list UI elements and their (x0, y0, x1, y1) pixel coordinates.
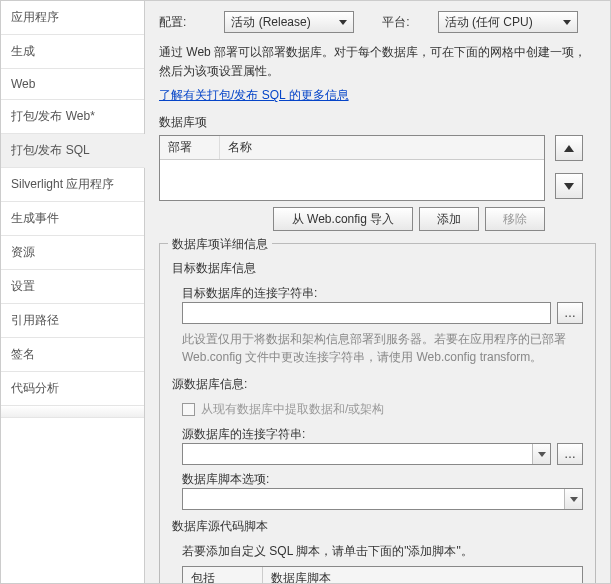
sidebar-item-package-sql[interactable]: 打包/发布 SQL (1, 134, 145, 168)
sidebar-item-label: 设置 (11, 279, 35, 293)
sidebar-item-build[interactable]: 生成 (1, 35, 144, 69)
script-options-row (182, 488, 583, 510)
sidebar-item-reference-paths[interactable]: 引用路径 (1, 304, 144, 338)
sidebar-item-label: 引用路径 (11, 313, 59, 327)
import-webconfig-button[interactable]: 从 Web.config 导入 (273, 207, 413, 231)
content-pane: 配置: 活动 (Release) 平台: 活动 (任何 CPU) 通过 Web … (145, 1, 610, 583)
target-conn-label: 目标数据库的连接字符串: (182, 285, 583, 302)
source-conn-row: … (182, 443, 583, 465)
sidebar-item-resources[interactable]: 资源 (1, 236, 144, 270)
target-conn-browse-button[interactable]: … (557, 302, 583, 324)
target-note: 此设置仅用于将数据和架构信息部署到服务器。若要在应用程序的已部署 Web.con… (182, 330, 583, 366)
config-row: 配置: 活动 (Release) 平台: 活动 (任何 CPU) (159, 11, 596, 33)
remove-button[interactable]: 移除 (485, 207, 545, 231)
sidebar-item-label: 打包/发布 Web* (11, 109, 95, 123)
ellipsis-icon: … (564, 447, 576, 461)
move-up-button[interactable] (555, 135, 583, 161)
sidebar-item-label: 资源 (11, 245, 35, 259)
sidebar-item-silverlight[interactable]: Silverlight 应用程序 (1, 168, 144, 202)
db-items-area: 部署 名称 (159, 135, 596, 201)
sidebar-item-label: 打包/发布 SQL (11, 143, 90, 157)
sidebar: 应用程序 生成 Web 打包/发布 Web* 打包/发布 SQL Silverl… (1, 1, 145, 583)
intro-text: 通过 Web 部署可以部署数据库。对于每个数据库，可在下面的网格中创建一项，然后… (159, 43, 596, 81)
sidebar-item-package-web[interactable]: 打包/发布 Web* (1, 100, 144, 134)
chevron-down-icon (563, 20, 571, 25)
sidebar-item-code-analysis[interactable]: 代码分析 (1, 372, 144, 406)
add-button[interactable]: 添加 (419, 207, 479, 231)
platform-value: 活动 (任何 CPU) (445, 14, 533, 31)
arrow-up-icon (564, 145, 574, 152)
col-deploy: 部署 (160, 136, 220, 159)
sidebar-item-label: 签名 (11, 347, 35, 361)
source-conn-combo[interactable] (182, 443, 551, 465)
source-conn-label: 源数据库的连接字符串: (182, 426, 583, 443)
arrow-down-icon (564, 183, 574, 190)
sidebar-item-label: 生成 (11, 44, 35, 58)
grid-header: 部署 名称 (160, 136, 544, 160)
platform-select[interactable]: 活动 (任何 CPU) (438, 11, 578, 33)
target-db-title: 目标数据库信息 (172, 260, 583, 277)
script-options-label: 数据库脚本选项: (182, 471, 583, 488)
db-items-title: 数据库项 (159, 114, 596, 131)
scripts-hint: 若要添加自定义 SQL 脚本，请单击下面的"添加脚本"。 (182, 543, 583, 560)
sidebar-tail (1, 406, 144, 418)
platform-label: 平台: (382, 14, 409, 31)
scripts-col-include: 包括 (183, 567, 263, 583)
project-properties-window: 应用程序 生成 Web 打包/发布 Web* 打包/发布 SQL Silverl… (0, 0, 611, 584)
sidebar-item-web[interactable]: Web (1, 69, 144, 100)
db-details-fieldset: 数据库项详细信息 目标数据库信息 目标数据库的连接字符串: … 此设置仅用于将数… (159, 243, 596, 583)
chevron-down-icon (339, 20, 347, 25)
sidebar-item-settings[interactable]: 设置 (1, 270, 144, 304)
source-conn-dropdown[interactable] (532, 444, 550, 464)
scripts-table[interactable]: 包括 数据库脚本 (182, 566, 583, 583)
sidebar-item-label: 应用程序 (11, 10, 59, 24)
extract-checkbox-label: 从现有数据库中提取数据和/或架构 (201, 401, 384, 418)
source-db-title: 源数据库信息: (172, 376, 583, 393)
move-down-button[interactable] (555, 173, 583, 199)
target-section: 目标数据库的连接字符串: … 此设置仅用于将数据和架构信息部署到服务器。若要在应… (182, 285, 583, 366)
col-name: 名称 (220, 136, 260, 159)
db-items-grid[interactable]: 部署 名称 (159, 135, 545, 201)
source-section: 从现有数据库中提取数据和/或架构 源数据库的连接字符串: … 数据库脚本选项: (182, 401, 583, 510)
scripts-table-header: 包括 数据库脚本 (183, 567, 582, 583)
chevron-down-icon (538, 452, 546, 457)
reorder-buttons (555, 135, 583, 199)
sidebar-item-application[interactable]: 应用程序 (1, 1, 144, 35)
learn-more-link[interactable]: 了解有关打包/发布 SQL 的更多信息 (159, 88, 349, 102)
scripts-title: 数据库源代码脚本 (172, 518, 583, 535)
config-label: 配置: (159, 14, 186, 31)
sidebar-item-label: 生成事件 (11, 211, 59, 225)
script-options-dropdown[interactable] (564, 489, 582, 509)
config-select[interactable]: 活动 (Release) (224, 11, 354, 33)
config-value: 活动 (Release) (231, 14, 310, 31)
target-conn-input[interactable] (182, 302, 551, 324)
scripts-section: 若要添加自定义 SQL 脚本，请单击下面的"添加脚本"。 包括 数据库脚本 (182, 543, 583, 583)
sidebar-item-signing[interactable]: 签名 (1, 338, 144, 372)
script-options-combo[interactable] (182, 488, 583, 510)
sidebar-item-label: 代码分析 (11, 381, 59, 395)
target-conn-row: … (182, 302, 583, 324)
sidebar-item-label: Silverlight 应用程序 (11, 177, 114, 191)
scripts-col-name: 数据库脚本 (263, 567, 339, 583)
chevron-down-icon (570, 497, 578, 502)
ellipsis-icon: … (564, 306, 576, 320)
db-items-button-row: 从 Web.config 导入 添加 移除 (159, 207, 545, 231)
extract-checkbox[interactable] (182, 403, 195, 416)
sidebar-item-label: Web (11, 77, 35, 91)
sidebar-item-build-events[interactable]: 生成事件 (1, 202, 144, 236)
fieldset-legend: 数据库项详细信息 (168, 236, 272, 253)
extract-checkbox-row: 从现有数据库中提取数据和/或架构 (182, 401, 583, 418)
source-conn-browse-button[interactable]: … (557, 443, 583, 465)
